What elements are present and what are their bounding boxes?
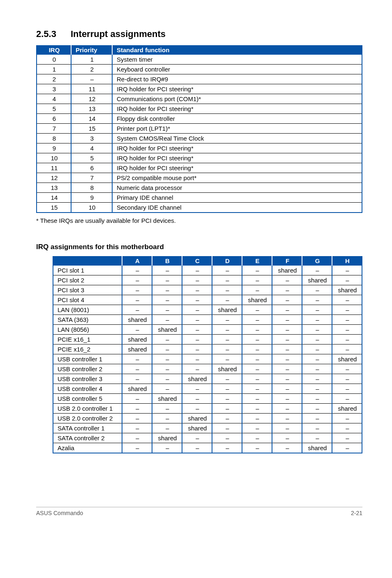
footer-right: 2-21 (351, 510, 362, 516)
table-cell: – (242, 443, 272, 453)
t1-h1: IRQ (37, 45, 71, 55)
table-row: 513IRQ holder for PCI steering* (37, 104, 362, 114)
table-cell: shared (302, 275, 332, 285)
table-cell: – (272, 325, 302, 335)
table-row: Azalia––––––shared– (53, 443, 362, 453)
table-cell: – (242, 275, 272, 285)
table-cell: shared (122, 384, 152, 394)
t2-header: F (272, 256, 302, 266)
table-cell: – (182, 354, 212, 364)
table-cell: SATA (363) (53, 315, 122, 325)
table-cell: – (212, 266, 242, 275)
table-cell: – (272, 344, 302, 354)
table-cell: 3 (71, 134, 112, 143)
table-cell: – (242, 325, 272, 335)
table-cell: shared (152, 433, 182, 443)
table-cell: – (302, 374, 332, 384)
table-cell: – (212, 404, 242, 414)
table-cell: SATA controller 1 (53, 423, 122, 433)
table-cell: – (272, 404, 302, 414)
table-cell: – (302, 423, 332, 433)
table-cell: – (212, 414, 242, 423)
section-number: 2.5.3 (36, 29, 71, 39)
table-cell: – (242, 423, 272, 433)
table-cell: 11 (71, 84, 112, 94)
table-cell: – (122, 354, 152, 364)
table-cell: – (182, 295, 212, 305)
table-cell: – (332, 374, 362, 384)
table-cell: 6 (37, 114, 71, 124)
table-cell: shared (182, 423, 212, 433)
table-row: USB controller 5–shared–––––– (53, 394, 362, 404)
table-cell: – (182, 344, 212, 354)
subheading: IRQ assignments for this motherboard (36, 243, 362, 251)
table-row: PCIE x16_2shared––––––– (53, 344, 362, 354)
table-row: LAN (8001)–––shared–––– (53, 305, 362, 315)
table-cell: – (242, 394, 272, 404)
table-row: 2–Re-direct to IRQ#9 (37, 74, 362, 84)
table-cell: 2 (71, 65, 112, 74)
table-cell: USB controller 3 (53, 374, 122, 384)
table-row: PCI slot 2––––––shared– (53, 275, 362, 285)
table-cell: – (242, 266, 272, 275)
table-cell: shared (302, 443, 332, 453)
table-cell: – (272, 315, 302, 325)
table-row: 116IRQ holder for PCI steering* (37, 163, 362, 173)
table-cell: – (212, 443, 242, 453)
table-cell: USB 2.0 controller 1 (53, 404, 122, 414)
table-cell: – (152, 285, 182, 295)
table-cell: – (242, 354, 272, 364)
table-row: 149Primary IDE channel (37, 193, 362, 203)
table-cell: – (212, 315, 242, 325)
page-footer: ASUS Commando 2-21 (36, 507, 362, 516)
table-row: SATA controller 1––shared––––– (53, 423, 362, 433)
table-cell: – (212, 285, 242, 295)
table-cell: Re-direct to IRQ#9 (112, 74, 362, 84)
table-cell: – (212, 275, 242, 285)
table-cell: – (182, 394, 212, 404)
table-cell: shared (122, 315, 152, 325)
table-row: 105IRQ holder for PCI steering* (37, 153, 362, 163)
table-cell: – (152, 443, 182, 453)
table-row: 1510Secondary IDE channel (37, 203, 362, 213)
table-cell: – (332, 275, 362, 285)
table-cell: – (302, 266, 332, 275)
table-row: USB 2.0 controller 2––shared––––– (53, 414, 362, 423)
table-row: 94IRQ holder for PCI steering* (37, 143, 362, 153)
table-cell: – (242, 285, 272, 295)
table-cell: – (122, 325, 152, 335)
table-cell: – (152, 344, 182, 354)
table-cell: IRQ holder for PCI steering* (112, 104, 362, 114)
table-cell: – (122, 433, 152, 443)
table-cell: – (182, 433, 212, 443)
irq-table: IRQ Priority Standard function 01System … (36, 45, 362, 213)
table-cell: 1 (37, 65, 71, 74)
table-cell: – (272, 364, 302, 374)
table-cell: – (302, 433, 332, 443)
t2-header: H (332, 256, 362, 266)
table-cell: – (122, 414, 152, 423)
table-cell: – (272, 335, 302, 344)
table-cell: – (302, 354, 332, 364)
table-cell: – (272, 354, 302, 364)
table-cell: IRQ holder for PCI steering* (112, 163, 362, 173)
table-cell: shared (212, 364, 242, 374)
table-row: 138Numeric data processor (37, 183, 362, 193)
table-cell: – (332, 443, 362, 453)
table-cell: 3 (37, 84, 71, 94)
table-cell: PCIE x16_2 (53, 344, 122, 354)
table-cell: USB controller 4 (53, 384, 122, 394)
table-cell: – (182, 315, 212, 325)
table-row: 127PS/2 compatible mouse port* (37, 173, 362, 183)
table-cell: 13 (71, 104, 112, 114)
table-cell: – (302, 305, 332, 315)
table-cell: – (302, 364, 332, 374)
t2-header: B (152, 256, 182, 266)
table-cell: – (182, 404, 212, 414)
table-cell: – (272, 305, 302, 315)
table-cell: PCI slot 4 (53, 295, 122, 305)
table-cell: – (182, 384, 212, 394)
table-cell: Azalia (53, 443, 122, 453)
table-row: USB controller 2–––shared–––– (53, 364, 362, 374)
table-cell: PCI slot 1 (53, 266, 122, 275)
